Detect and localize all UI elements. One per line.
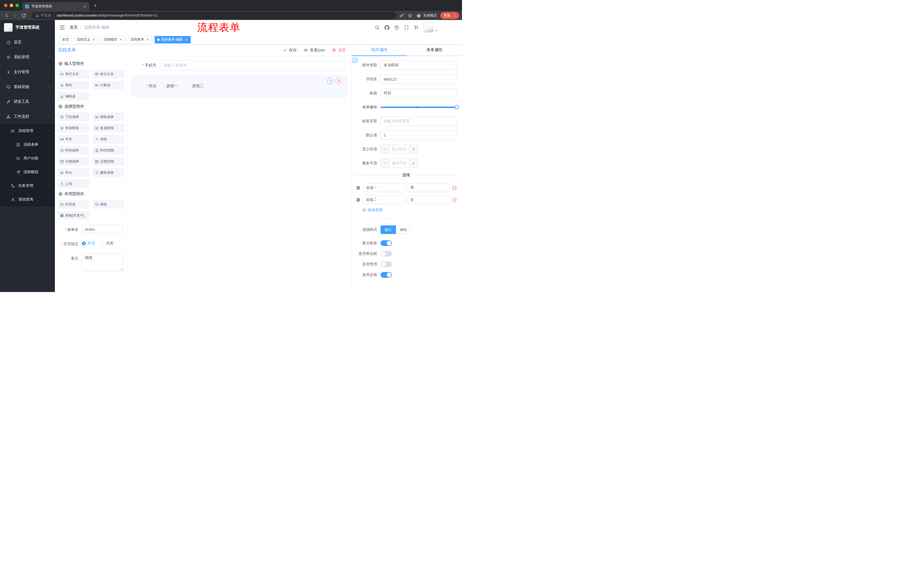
palette-item[interactable]: 多选框组 [92,124,124,132]
with-border-switch[interactable] [381,251,392,257]
phone-input[interactable]: 请输入手机号 [160,61,344,70]
drag-option-icon[interactable] [356,186,361,190]
palette-item[interactable]: 下拉选择 [58,113,89,121]
tag-process-form[interactable]: 流程表单× [128,36,152,43]
drag-option-icon[interactable] [356,197,361,202]
palette-item[interactable]: 滑块 [92,135,124,143]
palette-item[interactable]: 行容器 [58,200,89,209]
sidebar-item-infrastructure[interactable]: 基础设施 [0,79,55,94]
required-switch[interactable] [381,272,392,278]
tag-close-icon[interactable]: × [145,38,150,42]
form-name-input[interactable]: biubiu [82,225,124,234]
avatar[interactable] [423,22,434,33]
status-on-radio[interactable]: 开启 [82,241,95,246]
tab-form-props[interactable]: 表单属性 [407,44,462,56]
gender-option-1-checkbox[interactable]: 选项一 [160,84,178,89]
hamburger-icon[interactable] [59,25,65,30]
sidebar-item-dev-tools[interactable]: 研发工具 [0,94,55,109]
decrease-button[interactable] [381,145,389,153]
security-status[interactable]: 不安全 [35,13,51,18]
option-value-input[interactable]: 男 [408,183,450,192]
forward-button[interactable] [12,12,19,19]
field-link-button[interactable] [353,58,358,63]
tag-close-icon[interactable]: × [184,38,188,42]
max-select-placeholder[interactable]: 最多可选 [389,159,409,168]
delete-component-button[interactable] [336,78,342,84]
tab-component-props[interactable]: 组件属性 [352,44,407,56]
sidebar-item-leave-query[interactable]: 请假查询 [0,192,55,206]
status-off-radio[interactable]: 关闭 [100,241,113,246]
palette-item[interactable]: 级联选择 [92,113,124,121]
field-name-input[interactable]: field122 [381,74,457,84]
palette-item[interactable]: 开关 [58,135,89,143]
copy-component-button[interactable] [327,78,333,84]
reload-button[interactable] [20,12,28,19]
circle-minus-icon[interactable] [452,197,457,202]
title-input[interactable]: 性别 [381,89,457,98]
sidebar-item-payment-manage[interactable]: 支付管理 [0,64,55,79]
back-button[interactable] [3,12,10,19]
disabled-switch[interactable] [381,262,392,267]
option-name-input[interactable]: 选项一 [363,183,405,192]
palette-item[interactable]: 上传 [58,179,89,188]
palette-item[interactable]: 单选框组 [58,124,89,132]
palette-item[interactable]: 计数器 [92,81,124,89]
sidebar-item-process-model[interactable]: 流程模型 [0,165,55,179]
palette-item[interactable]: 单行文本 [58,70,89,78]
address-bar[interactable]: 不安全 | dashboard.yudao.iocoder.cn /bpm/ma… [31,12,396,19]
palette-item[interactable]: 按钮 [92,200,124,209]
view-json-button[interactable]: 查看json [304,48,325,53]
palette-item[interactable]: 编辑器 [58,92,89,100]
tab-close-icon[interactable] [82,5,87,8]
increase-button[interactable] [409,145,417,153]
min-select-placeholder[interactable]: 至少应选 [389,145,409,153]
window-zoom-button[interactable] [15,4,19,7]
circle-minus-icon[interactable] [452,186,457,190]
canvas-component-gender[interactable]: 性别 选项一 选项二 [131,75,348,97]
canvas-component-phone[interactable]: 手机号 请输入手机号 [131,61,348,70]
font-size-icon[interactable] [414,25,419,30]
label-width-input[interactable]: 请输入标签宽度 [381,117,457,126]
sidebar-item-home[interactable]: 首页 [0,35,55,50]
default-value-input[interactable]: 1 [381,131,457,140]
sidebar-item-task-manage[interactable]: 任务管理 [0,179,55,192]
user-menu[interactable] [423,22,438,33]
browser-tab[interactable]: 芋道管理系统 [22,2,89,11]
grid-slider[interactable] [381,102,457,112]
github-icon[interactable] [384,25,389,30]
gender-option-2-checkbox[interactable]: 选项二 [186,84,204,89]
search-icon[interactable] [375,25,380,30]
new-tab-button[interactable] [91,2,99,10]
clear-button[interactable]: 清空 [332,48,346,53]
sidebar-item-system-manage[interactable]: 系统管理 [0,50,55,64]
option-name-input[interactable]: 选项二 [363,196,405,204]
palette-item[interactable]: 颜色选择 [92,168,124,177]
component-type-select[interactable]: 多选框组 [381,61,457,70]
palette-item[interactable]: 多行文本 [92,70,124,78]
sidebar-item-process-manage[interactable]: 流程管理 [0,124,55,138]
palette-item[interactable]: 日期选择 [58,157,89,166]
save-button[interactable]: 保存 [283,48,297,53]
help-icon[interactable] [394,25,399,30]
add-option-button[interactable]: 添加选项 [362,207,457,212]
sidebar-item-process-form[interactable]: 流程表单 [0,138,55,151]
sidebar-item-workflow[interactable]: 工作流程 [0,109,55,124]
style-option-2[interactable]: 按钮 [396,225,411,234]
tag-home[interactable]: 首页 [59,36,71,43]
breadcrumb-home[interactable]: 首页 [70,25,78,30]
palette-item[interactable]: 日期范围 [92,157,124,166]
increase-button[interactable] [409,159,417,168]
browser-menu-icon[interactable] [452,13,457,17]
tag-process-form-edit[interactable]: 流程表单-编辑× [155,36,191,43]
palette-item[interactable]: 时间选择 [58,146,89,155]
form-remark-textarea[interactable]: 嘿嘿 [82,253,124,271]
update-button[interactable]: 更新 [440,12,459,19]
slider-handle[interactable] [455,105,459,109]
palette-item[interactable]: 表格[开发中] [58,211,89,220]
key-icon[interactable] [399,13,404,18]
tag-close-icon[interactable]: × [92,38,96,42]
tag-close-icon[interactable]: × [119,38,123,42]
fullscreen-icon[interactable] [404,25,409,30]
bookmark-star-icon[interactable] [408,13,412,18]
window-minimize-button[interactable] [10,4,13,7]
